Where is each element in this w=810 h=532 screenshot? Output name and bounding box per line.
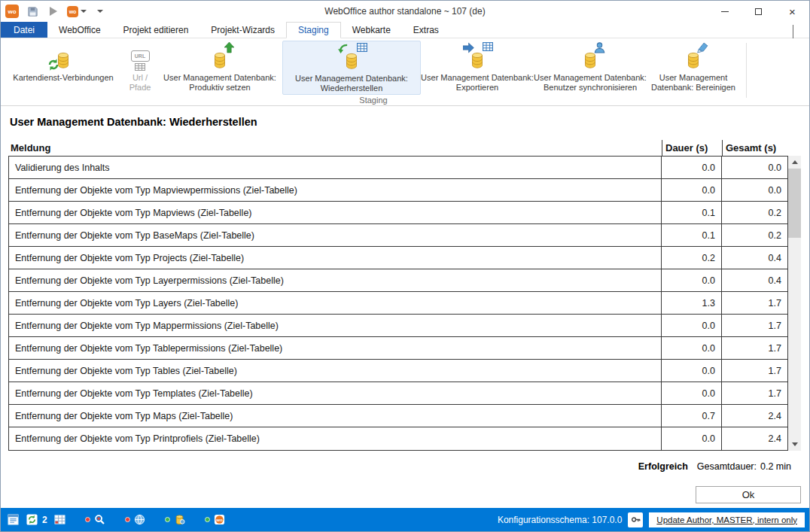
cell-meldung: Entfernung der Objekte vom Typ Mapviews …: [9, 202, 661, 223]
customize-toolbar-icon[interactable]: [93, 4, 108, 19]
ribbon-button-label: Kartendienst-Verbindungen: [13, 73, 113, 83]
tab-projekt-wizards[interactable]: Projekt-Wizards: [199, 22, 286, 38]
tab-datei[interactable]: Datei: [1, 22, 47, 38]
weboffice-service-icon: wo: [214, 514, 226, 526]
cell-meldung: Entfernung der Objekte vom Typ BaseMaps …: [9, 224, 661, 246]
scroll-down-icon[interactable]: [788, 438, 801, 451]
cell-meldung: Entfernung der Objekte vom Typ Tableperm…: [9, 337, 661, 359]
cell-dauer: 0.2: [661, 247, 721, 269]
table-row[interactable]: Entfernung der Objekte vom Typ Templates…: [9, 382, 787, 405]
play-icon[interactable]: [46, 4, 61, 19]
window-title: WebOffice author standalone ~ 107 (de): [1, 6, 809, 17]
cell-gesamt: 1.7: [721, 360, 787, 382]
ribbon-button-label: User Management Datenbank: Produktiv set…: [157, 73, 282, 93]
result-status: Erfolgreich: [638, 461, 688, 472]
column-header-dauer: Dauer (s): [662, 140, 722, 156]
ribbon-group-separator: [746, 43, 747, 98]
table-row[interactable]: Entfernung der Objekte vom Typ Tableperm…: [9, 337, 787, 360]
tab-staging[interactable]: Staging: [286, 22, 341, 38]
ribbon-button-label: User Management Datenbank: Bereinigen: [647, 73, 740, 93]
cell-dauer: 0.1: [661, 202, 721, 223]
table-row[interactable]: Entfernung der Objekte vom Typ Mapviewpe…: [9, 179, 787, 202]
table-row[interactable]: Entfernung der Objekte vom Typ Mappermis…: [9, 315, 787, 337]
table-row[interactable]: Entfernung der Objekte vom Typ Tables (Z…: [9, 360, 787, 382]
cell-meldung: Validierung des Inhalts: [9, 157, 661, 178]
scrollbar-thumb[interactable]: [788, 169, 801, 238]
application-window: wo wo WebOffice author standalone ~ 107 …: [0, 0, 810, 532]
cell-gesamt: 0.2: [721, 202, 787, 223]
cell-dauer: 0.0: [661, 337, 721, 359]
cell-gesamt: 1.7: [721, 292, 787, 314]
table-row[interactable]: Entfernung der Objekte vom Typ Printprof…: [9, 427, 787, 450]
refresh-icon[interactable]: [26, 514, 38, 526]
scrollbar-track[interactable]: [788, 169, 801, 438]
umdb-export-icon: [462, 44, 492, 71]
update-author-button[interactable]: Update Author, MASTER, intern only: [649, 512, 805, 527]
usermanagement-service-status[interactable]: [165, 514, 186, 526]
close-button[interactable]: ×: [775, 1, 809, 22]
log-panel-icon[interactable]: [7, 514, 19, 526]
table-row[interactable]: Validierung des Inhalts0.00.0: [9, 157, 787, 179]
ribbon-button-label: User Management Datenbank: Benutzer sync…: [534, 73, 647, 93]
table-row[interactable]: Entfernung der Objekte vom Typ BaseMaps …: [9, 224, 787, 247]
ribbon-tab-bar: Datei WebOffice Projekt editieren Projek…: [1, 22, 809, 38]
ribbon-button-umdb-bereinigen[interactable]: User Management Datenbank: Bereinigen: [647, 41, 740, 93]
ribbon-button-label: User Management Datenbank: Wiederherstel…: [283, 74, 420, 94]
search-service-status[interactable]: [85, 514, 106, 526]
table-row[interactable]: Entfernung der Objekte vom Typ Projects …: [9, 247, 787, 269]
cell-gesamt: 2.4: [721, 405, 787, 427]
status-red-dot: [85, 517, 90, 522]
ribbon-button-umdb-wiederherstellen[interactable]: User Management Datenbank: Wiederherstel…: [282, 41, 421, 95]
save-icon[interactable]: [25, 4, 40, 19]
search-icon: [94, 514, 106, 526]
ribbon-button-label: Url / Pfade: [123, 73, 157, 93]
table-row[interactable]: Entfernung der Objekte vom Typ Layers (Z…: [9, 292, 787, 315]
tab-projekt-editieren[interactable]: Projekt editieren: [112, 22, 200, 38]
cell-gesamt: 1.7: [721, 382, 787, 404]
tab-weboffice[interactable]: WebOffice: [47, 22, 112, 38]
status-bar-right: Konfigurationsschema: 107.0.0 Update Aut…: [498, 512, 805, 527]
ribbon-button-umdb-produktiv-setzen[interactable]: User Management Datenbank: Produktiv set…: [157, 41, 282, 93]
cell-gesamt: 1.7: [721, 315, 787, 336]
minimize-button[interactable]: [708, 1, 741, 22]
collapse-ribbon-icon[interactable]: [793, 26, 800, 33]
ribbon-button-umdb-exportieren[interactable]: User Management Datenbank: Exportieren: [421, 41, 534, 93]
weboffice-service-status[interactable]: wo: [205, 514, 226, 526]
column-header-meldung: Meldung: [8, 142, 662, 154]
ribbon-buttons: Kartendienst-Verbindungen URL Url / Pfad…: [1, 38, 809, 95]
tab-extras[interactable]: Extras: [402, 22, 450, 38]
table-log-icon[interactable]: [54, 514, 66, 526]
scroll-up-icon[interactable]: [788, 156, 801, 169]
table-row[interactable]: Entfernung der Objekte vom Typ Layerperm…: [9, 269, 787, 292]
ok-button[interactable]: Ok: [696, 486, 801, 503]
table-row[interactable]: Entfernung der Objekte vom Typ Maps (Zie…: [9, 405, 787, 427]
umdb-sync-users-icon: [575, 44, 605, 71]
map-service-connections-icon: [48, 44, 78, 71]
tab-webkarte[interactable]: Webkarte: [341, 22, 402, 38]
ribbon-button-umdb-benutzer-synchronisieren[interactable]: User Management Datenbank: Benutzer sync…: [534, 41, 647, 93]
globe-icon: [134, 514, 146, 526]
vertical-scrollbar[interactable]: [788, 156, 801, 451]
cell-meldung: Entfernung der Objekte vom Typ Layerperm…: [9, 269, 661, 291]
table-row[interactable]: Entfernung der Objekte vom Typ Mapviews …: [9, 202, 787, 224]
ribbon-button-kartendienst-verbindungen[interactable]: Kartendienst-Verbindungen: [4, 41, 123, 83]
cell-dauer: 0.1: [661, 224, 721, 246]
log-table: Meldung Dauer (s) Gesamt (s) Validierung…: [8, 140, 788, 451]
umdb-set-productive-icon: [205, 44, 235, 71]
table-header-row: Meldung Dauer (s) Gesamt (s): [8, 140, 788, 156]
status-bar: 2: [1, 508, 809, 531]
maximize-button[interactable]: [741, 1, 775, 22]
url-paths-icon: URL: [125, 44, 155, 71]
cell-dauer: 1.3: [661, 292, 721, 314]
cell-meldung: Entfernung der Objekte vom Typ Maps (Zie…: [9, 405, 661, 427]
ok-button-row: Ok: [8, 486, 802, 503]
quick-access-toolbar: wo wo: [1, 4, 108, 19]
weboffice-logo-icon: wo: [5, 5, 19, 18]
status-red-dot: [125, 517, 130, 522]
key-icon[interactable]: [628, 512, 643, 527]
weboffice-quick-menu[interactable]: wo: [67, 6, 87, 17]
globe-service-status[interactable]: [125, 514, 146, 526]
total-duration-value: 0.2 min: [760, 461, 791, 472]
cell-dauer: 0.0: [661, 157, 721, 178]
weboffice-small-icon: wo: [67, 6, 78, 17]
